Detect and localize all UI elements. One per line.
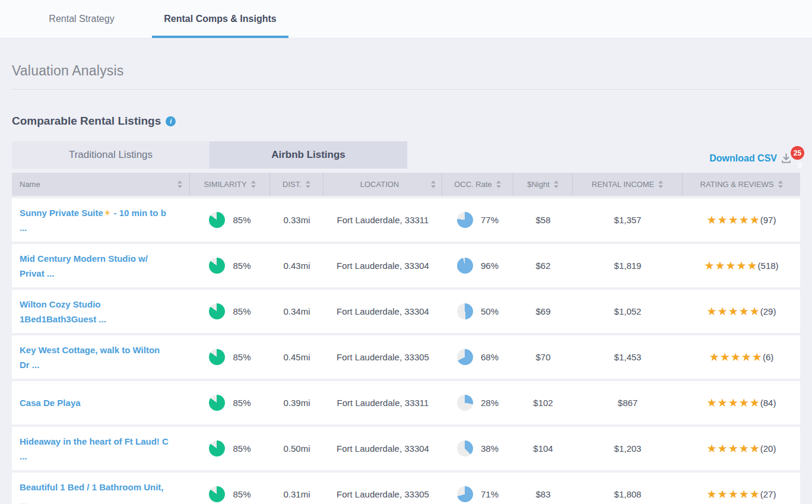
sun-icon: ☀	[103, 208, 111, 218]
listing-name-link[interactable]: Mid Century Modern Studio w/ Privat ...	[20, 251, 172, 281]
rating-cell: ★★★★★(518)	[683, 244, 800, 287]
column-header-name[interactable]: Name	[12, 173, 190, 196]
column-header-rating[interactable]: RATING & REVIEWS	[683, 173, 800, 196]
rental-income-cell: $867	[573, 381, 683, 424]
column-header-night[interactable]: $Night	[513, 173, 573, 196]
column-header-location[interactable]: LOCATION	[323, 173, 442, 196]
info-icon[interactable]: i	[166, 116, 176, 126]
sort-arrows-icon[interactable]	[431, 180, 436, 188]
column-label: RENTAL INCOME	[592, 180, 654, 189]
occupancy-pie-chart	[457, 303, 473, 319]
similarity-pie-chart	[209, 258, 225, 274]
sort-arrows-icon[interactable]	[496, 180, 501, 188]
page-title: Valuation Analysis	[12, 63, 800, 79]
star-rating-icons: ★★★★★	[707, 443, 760, 454]
review-count: (20)	[760, 443, 776, 454]
app-window: Rental Strategy Rental Comps & Insights …	[0, 0, 812, 504]
cell-text: 0.43mi	[283, 261, 310, 271]
occupancy-cell: 50%	[442, 290, 513, 333]
download-csv-wrap: Download CSV 25 0	[709, 153, 800, 164]
distance-cell: 0.33mi	[270, 198, 323, 242]
column-header-similarity[interactable]: SIMILARITY	[190, 173, 270, 196]
comparable-listings-table: NameSIMILARITYDIST.LOCATIONOCC. Rate$Nig…	[12, 173, 800, 504]
sort-arrows-icon[interactable]	[251, 180, 256, 188]
price-per-night-cell: $83	[513, 473, 573, 504]
occupancy-cell: 38%	[442, 427, 513, 470]
rating-cell: ★★★★★(84)	[683, 381, 800, 424]
download-icon[interactable]	[781, 153, 792, 164]
similarity-cell: 85%	[190, 473, 270, 504]
distance-cell: 0.50mi	[270, 427, 323, 470]
cell-text: 71%	[481, 489, 499, 499]
cell-text: 85%	[233, 443, 250, 454]
sort-arrows-icon[interactable]	[658, 180, 663, 188]
tab-rental-comps-insights[interactable]: Rental Comps & Insights	[152, 0, 288, 38]
cell-text: 0.39mi	[283, 398, 310, 408]
cell-text: 0.45mi	[283, 352, 310, 362]
section-header: Comparable Rental Listings i	[12, 115, 800, 128]
column-label: DIST.	[283, 180, 302, 189]
listing-name-link[interactable]: Wilton Cozy Studio 1Bed1Bath3Guest ...	[20, 297, 172, 327]
sort-arrows-icon[interactable]	[554, 180, 559, 188]
location-cell: Fort Lauderdale, 33311	[323, 381, 442, 424]
rating-cell: ★★★★★(29)	[683, 290, 800, 333]
column-label: $Night	[527, 180, 550, 189]
tab-label: Airbnb Listings	[271, 149, 345, 161]
cell-text: $867	[618, 398, 637, 408]
occupancy-pie-chart	[457, 258, 473, 274]
cell-text: 0.34mi	[283, 306, 310, 316]
occupancy-pie-chart	[457, 486, 473, 502]
cell-text: 85%	[233, 489, 250, 499]
cell-text: Fort Lauderdale, 33311	[337, 215, 429, 225]
download-csv-link[interactable]: Download CSV	[709, 153, 777, 164]
tab-rental-strategy[interactable]: Rental Strategy	[24, 0, 139, 38]
column-header-dist[interactable]: DIST.	[270, 173, 323, 196]
column-header-occ[interactable]: OCC. Rate	[442, 173, 513, 196]
review-count: (29)	[760, 306, 776, 316]
cell-text: $104	[533, 443, 553, 454]
price-per-night-cell: $58	[513, 198, 573, 242]
cell-text: Fort Lauderdale, 33304	[337, 443, 429, 454]
cell-text: Fort Lauderdale, 33305	[337, 489, 429, 499]
star-rating-icons: ★★★★★	[707, 489, 760, 500]
price-per-night-cell: $104	[513, 427, 573, 470]
sort-arrows-icon[interactable]	[778, 180, 783, 188]
column-label: RATING & REVIEWS	[700, 180, 774, 189]
cell-text: Fort Lauderdale, 33304	[337, 306, 429, 316]
cell-text: 38%	[481, 443, 499, 454]
name-cell: Hideaway in the heart of Ft Laud! C ...	[12, 427, 190, 470]
cell-text: 85%	[233, 398, 250, 408]
listing-name-link[interactable]: Hideaway in the heart of Ft Laud! C ...	[20, 434, 172, 464]
cell-text: Fort Lauderdale, 33304	[337, 261, 429, 271]
location-cell: Fort Lauderdale, 33304	[323, 244, 442, 287]
tab-airbnb-listings[interactable]: Airbnb Listings	[210, 141, 407, 169]
download-count-badge: 25	[791, 146, 804, 160]
listing-name-link[interactable]: Casa De Playa	[20, 395, 81, 410]
cell-text: $70	[535, 352, 550, 362]
star-rating-icons: ★★★★★	[707, 306, 760, 317]
occupancy-cell: 96%	[442, 244, 513, 287]
sort-arrows-icon[interactable]	[306, 180, 310, 188]
name-cell: Beautiful 1 Bed / 1 Bathroom Unit, ...	[12, 473, 190, 504]
tab-traditional-listings[interactable]: Traditional Listings	[12, 141, 210, 169]
name-cell: Key West Cottage, walk to Wilton Dr ...	[12, 335, 190, 379]
listing-name-link[interactable]: Sunny Private Suite☀ - 10 min to b ...	[20, 205, 172, 235]
price-per-night-cell: $62	[513, 244, 573, 287]
star-rating-icons: ★★★★★	[704, 260, 757, 271]
cell-text: 0.50mi	[283, 443, 310, 454]
tab-label: Rental Comps & Insights	[164, 14, 276, 24]
star-rating-icons: ★★★★★	[709, 351, 763, 363]
cell-text: 50%	[481, 306, 499, 316]
column-label: OCC. Rate	[454, 180, 492, 189]
cell-text: Fort Lauderdale, 33311	[337, 398, 429, 408]
cell-text: 85%	[233, 306, 250, 316]
listing-row: Mid Century Modern Studio w/ Privat ...8…	[12, 244, 800, 287]
listing-name-link[interactable]: Key West Cottage, walk to Wilton Dr ...	[20, 343, 172, 372]
column-label: SIMILARITY	[204, 180, 246, 189]
rental-income-cell: $1,357	[573, 198, 683, 242]
location-cell: Fort Lauderdale, 33311	[323, 198, 442, 242]
sort-arrows-icon[interactable]	[177, 180, 182, 188]
listing-name-link[interactable]: Beautiful 1 Bed / 1 Bathroom Unit, ...	[20, 480, 172, 504]
column-header-income[interactable]: RENTAL INCOME	[573, 173, 683, 196]
listings-table-body: Sunny Private Suite☀ - 10 min to b ...85…	[12, 198, 800, 504]
